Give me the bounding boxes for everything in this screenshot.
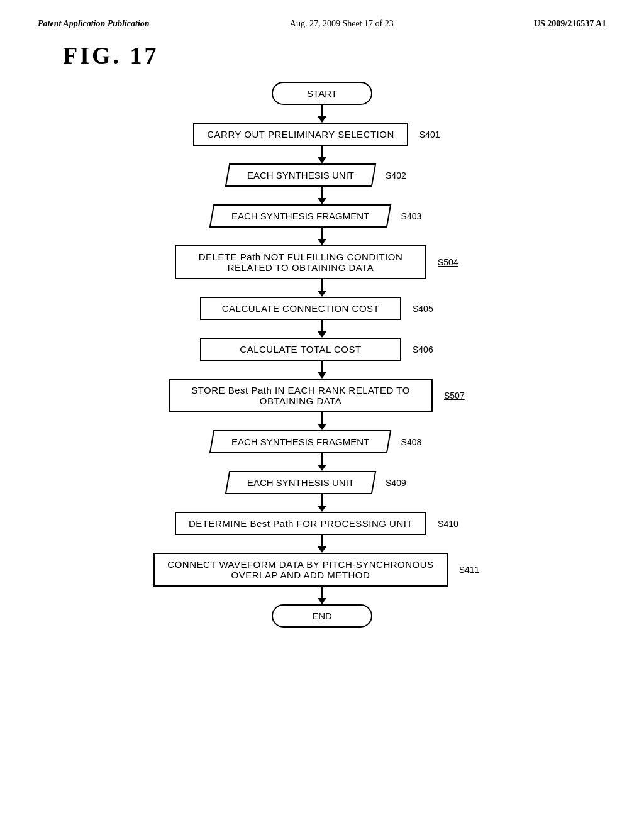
box-s411: CONNECT WAVEFORM DATA BY PITCH-SYNCHRONO… [153,553,447,587]
start-row: START [272,82,372,105]
arrow-6 [318,320,326,338]
box-s402: EACH SYNTHESIS UNIT [225,163,377,187]
arrow-12 [318,587,326,604]
arrow-4 [318,228,326,245]
box-s507: STORE Best Path IN EACH RANK RELATED TOO… [169,379,433,412]
box-s403: EACH SYNTHESIS FRAGMENT [209,204,392,228]
box-s405: CALCULATE CONNECTION COST [200,297,401,320]
arrow-7 [318,361,326,379]
step-s401: CARRY OUT PRELIMINARY SELECTION S401 [193,123,451,146]
arrow-8 [318,412,326,430]
start-box: START [272,82,372,105]
arrow-9 [318,453,326,471]
header-right: US 2009/216537 A1 [534,19,606,29]
arrow-10 [318,494,326,512]
label-s507: S507 [444,390,475,401]
arrow-5 [318,279,326,297]
label-s410: S410 [438,519,469,529]
label-s403: S403 [401,211,433,221]
header-center: Aug. 27, 2009 Sheet 17 of 23 [290,19,394,29]
figure-title: FIG. 17 [63,42,606,69]
step-s403: EACH SYNTHESIS FRAGMENT S403 [211,204,432,228]
label-s402: S402 [386,170,417,180]
label-s405: S405 [413,304,444,314]
step-s405: CALCULATE CONNECTION COST S405 [200,297,444,320]
label-s408: S408 [401,437,433,447]
box-s409: EACH SYNTHESIS UNIT [225,471,377,494]
box-s410: DETERMINE Best Path FOR PROCESSING UNIT [175,512,426,535]
label-s401: S401 [419,130,451,140]
label-s406: S406 [413,345,444,355]
end-row: END [272,604,372,628]
step-s402: EACH SYNTHESIS UNIT S402 [227,163,417,187]
box-s504: DELETE Path NOT FULFILLING CONDITIONRELA… [175,245,426,279]
label-s411: S411 [459,565,491,575]
arrow-3 [318,187,326,204]
step-s411: CONNECT WAVEFORM DATA BY PITCH-SYNCHRONO… [153,553,490,587]
box-s401: CARRY OUT PRELIMINARY SELECTION [193,123,408,146]
page: Patent Application Publication Aug. 27, … [0,0,644,830]
box-s408: EACH SYNTHESIS FRAGMENT [209,430,392,453]
step-s410: DETERMINE Best Path FOR PROCESSING UNIT … [175,512,469,535]
header-left: Patent Application Publication [38,19,150,29]
step-s408: EACH SYNTHESIS FRAGMENT S408 [211,430,432,453]
arrow-11 [318,535,326,553]
step-s406: CALCULATE TOTAL COST S406 [200,338,444,361]
page-header: Patent Application Publication Aug. 27, … [38,19,606,29]
arrow-1 [318,105,326,123]
step-s507: STORE Best Path IN EACH RANK RELATED TOO… [169,379,475,412]
label-s409: S409 [386,478,417,488]
arrow-2 [318,146,326,163]
flowchart: START CARRY OUT PRELIMINARY SELECTION S4… [38,82,606,628]
box-s406: CALCULATE TOTAL COST [200,338,401,361]
end-box: END [272,604,372,628]
step-s504: DELETE Path NOT FULFILLING CONDITIONRELA… [175,245,469,279]
step-s409: EACH SYNTHESIS UNIT S409 [227,471,417,494]
label-s504: S504 [438,257,469,267]
